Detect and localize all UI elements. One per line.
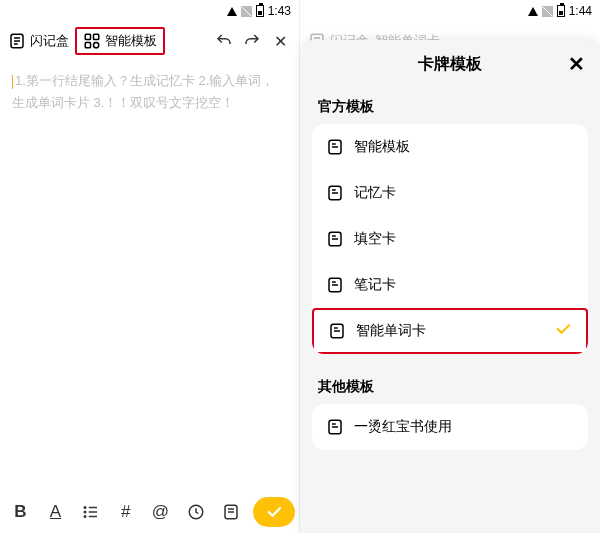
note-icon xyxy=(8,32,26,50)
card-icon xyxy=(326,184,344,202)
no-sim-icon xyxy=(542,6,553,17)
section-title-other: 其他模板 xyxy=(300,368,600,404)
card-icon xyxy=(326,138,344,156)
no-sim-icon xyxy=(241,6,252,17)
template-item-label: 一烫红宝书使用 xyxy=(354,418,452,436)
overlay-header: 卡牌模板 ✕ xyxy=(300,40,600,88)
template-item-note[interactable]: 笔记卡 xyxy=(312,262,588,308)
confirm-button[interactable] xyxy=(253,497,295,527)
svg-point-7 xyxy=(84,516,86,518)
smart-template-button[interactable]: 智能模板 xyxy=(75,27,165,55)
svg-rect-3 xyxy=(85,43,90,48)
hash-button[interactable]: # xyxy=(109,494,142,530)
app-brand[interactable]: 闪记盒 xyxy=(8,32,69,50)
screen-template-picker: 1:44 闪记盒 智能单词卡 卡牌模板 ✕ 官方模板 智能模板 记忆卡 xyxy=(300,0,600,533)
bold-button[interactable]: B xyxy=(4,494,37,530)
status-bar: 1:43 xyxy=(0,0,299,22)
template-item-smart[interactable]: 智能模板 xyxy=(312,124,588,170)
template-item-cloze[interactable]: 填空卡 xyxy=(312,216,588,262)
status-bar: 1:44 xyxy=(300,0,600,22)
template-item-vocab[interactable]: 智能单词卡 xyxy=(312,308,588,354)
signal-icon xyxy=(227,7,237,16)
overlay-close-button[interactable]: ✕ xyxy=(564,52,588,76)
list-button[interactable] xyxy=(74,494,107,530)
section-title-official: 官方模板 xyxy=(300,88,600,124)
template-item-other-1[interactable]: 一烫红宝书使用 xyxy=(312,404,588,450)
close-button[interactable]: ✕ xyxy=(269,30,291,52)
brand-label: 闪记盒 xyxy=(30,32,69,50)
editor-area[interactable]: 1.第一行结尾输入？生成记忆卡 2.输入单词，生成单词卡片 3.！！双叹号文字挖… xyxy=(0,60,299,491)
svg-rect-2 xyxy=(94,34,99,39)
signal-icon xyxy=(528,7,538,16)
template-item-label: 智能单词卡 xyxy=(356,322,426,340)
template-item-label: 笔记卡 xyxy=(354,276,396,294)
editor-toolbar: 闪记盒 智能模板 ✕ xyxy=(0,22,299,60)
card-icon xyxy=(326,418,344,436)
screen-editor: 1:43 闪记盒 智能模板 ✕ 1.第一行结尾输入？生成记忆卡 2.输入单词，生… xyxy=(0,0,300,533)
redo-button[interactable] xyxy=(241,30,263,52)
template-label: 智能模板 xyxy=(105,32,157,50)
battery-icon xyxy=(256,5,264,17)
official-template-list: 智能模板 记忆卡 填空卡 笔记卡 智能单词卡 xyxy=(312,124,588,354)
clock: 1:44 xyxy=(569,4,592,18)
card-icon xyxy=(326,230,344,248)
template-item-label: 智能模板 xyxy=(354,138,410,156)
svg-point-6 xyxy=(84,511,86,513)
other-template-list: 一烫红宝书使用 xyxy=(312,404,588,450)
undo-button[interactable] xyxy=(213,30,235,52)
card-button[interactable] xyxy=(214,494,247,530)
clock: 1:43 xyxy=(268,4,291,18)
clock-button[interactable] xyxy=(179,494,212,530)
battery-icon xyxy=(557,5,565,17)
mention-button[interactable]: @ xyxy=(144,494,177,530)
format-toolbar: B A # @ xyxy=(0,491,299,533)
template-icon xyxy=(83,32,101,50)
svg-point-5 xyxy=(84,507,86,509)
svg-point-4 xyxy=(94,43,99,48)
template-overlay: 卡牌模板 ✕ 官方模板 智能模板 记忆卡 填空卡 笔记卡 智能 xyxy=(300,40,600,533)
svg-rect-1 xyxy=(85,34,90,39)
check-icon xyxy=(554,320,572,343)
text-cursor xyxy=(12,75,13,89)
overlay-title: 卡牌模板 xyxy=(418,54,482,75)
card-icon xyxy=(328,322,346,340)
editor-placeholder: 1.第一行结尾输入？生成记忆卡 2.输入单词，生成单词卡片 3.！！双叹号文字挖… xyxy=(12,73,274,110)
template-item-label: 填空卡 xyxy=(354,230,396,248)
underline-button[interactable]: A xyxy=(39,494,72,530)
template-item-label: 记忆卡 xyxy=(354,184,396,202)
card-icon xyxy=(326,276,344,294)
template-item-memory[interactable]: 记忆卡 xyxy=(312,170,588,216)
